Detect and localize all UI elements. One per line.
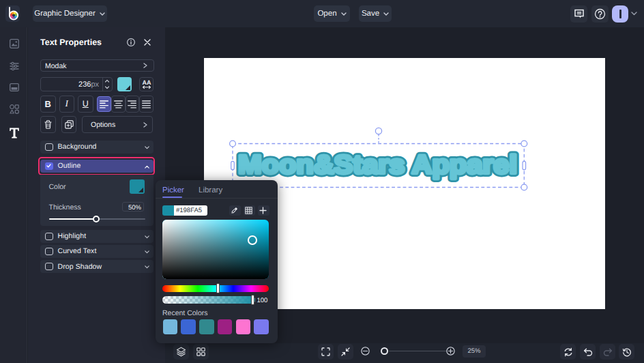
svg-text:AA: AA — [142, 79, 151, 86]
